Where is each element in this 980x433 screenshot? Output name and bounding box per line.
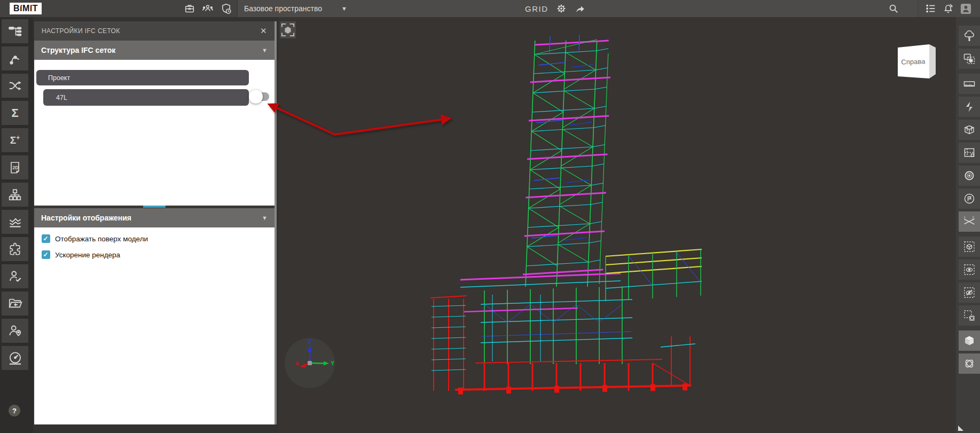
user-check-icon <box>8 269 22 284</box>
solid-cube-icon <box>963 334 976 347</box>
panel-section-divider <box>34 206 275 208</box>
geometry-path-icon <box>8 52 22 66</box>
tool-user-location[interactable] <box>2 319 28 343</box>
eye-icon <box>963 263 976 276</box>
view-cube-label: Справа <box>901 57 926 66</box>
orbit-icon <box>963 357 976 370</box>
floor-plan-icon <box>963 146 976 159</box>
panel-title: НАСТРОЙКИ IFC СЕТОК <box>42 27 120 35</box>
app-logo: BıMıT <box>10 3 42 14</box>
isolate-cube-icon <box>963 240 976 253</box>
structure-tree-icon <box>8 24 22 38</box>
tool-line-chart[interactable] <box>2 210 28 234</box>
share-icon[interactable] <box>574 3 586 14</box>
tool-flash-section[interactable] <box>959 97 980 117</box>
tool-section-box[interactable] <box>959 120 980 140</box>
tool-user-check[interactable] <box>2 264 28 288</box>
tool-sigma[interactable]: Σ <box>2 101 28 125</box>
panel-header: НАСТРОЙКИ IFC СЕТОК ✕ <box>34 21 275 41</box>
help-button[interactable]: ? <box>9 405 20 416</box>
checkbox-icon[interactable] <box>42 250 50 259</box>
svg-text:2: 2 <box>973 216 975 219</box>
tool-sheet-2d[interactable]: 2D <box>2 155 28 179</box>
tree-node-47l[interactable]: 47L <box>43 89 249 106</box>
tool-hierarchy[interactable] <box>2 183 28 207</box>
section-display-header[interactable]: Настройки отображения ▼ <box>34 208 275 227</box>
project-title: GRID <box>525 4 548 13</box>
tool-orbit-view[interactable] <box>959 353 980 374</box>
viewport-3d[interactable]: Справа Z Y X <box>279 17 956 433</box>
briefcase-icon[interactable] <box>184 3 195 14</box>
tool-shuffle[interactable] <box>2 74 28 98</box>
tool-ruler[interactable] <box>959 74 980 94</box>
resize-handle[interactable] <box>143 206 166 208</box>
tool-solid-view[interactable] <box>959 330 980 351</box>
chevron-down-icon: ▼ <box>262 48 268 53</box>
view-cube[interactable]: Справа <box>897 44 938 81</box>
focus-icon <box>281 22 295 37</box>
resize-grip-icon[interactable] <box>958 426 963 431</box>
tool-gauge[interactable] <box>2 346 28 370</box>
axis-y-label: Y <box>331 360 335 366</box>
ifc-grid-settings-panel: НАСТРОЙКИ IFC СЕТОК ✕ Структура IFC сето… <box>34 21 277 424</box>
workspace-label: Базовое пространство <box>244 4 322 13</box>
section-structure-title: Структура IFC сеток <box>41 46 115 54</box>
profile-icon[interactable] <box>960 3 972 15</box>
sheet-2d-icon: 2D <box>8 161 22 175</box>
gauge-icon <box>8 351 22 365</box>
eye-off-icon <box>963 286 976 299</box>
folder-share-icon <box>8 296 22 311</box>
cloud-status-icon[interactable] <box>220 3 232 15</box>
top-bar-right <box>918 0 980 17</box>
line-chart-icon <box>8 215 22 229</box>
nature-tree-icon <box>963 29 976 42</box>
tool-show-hidden[interactable] <box>959 259 980 280</box>
menu-list-icon[interactable] <box>925 3 937 14</box>
focus-button[interactable] <box>280 21 296 38</box>
checkbox-icon[interactable] <box>42 234 50 243</box>
shuffle-icon <box>8 78 22 93</box>
ruler-icon <box>963 77 976 90</box>
grid-axes-icon: 12 <box>963 215 976 228</box>
team-icon[interactable] <box>201 3 214 14</box>
flash-icon <box>963 100 976 113</box>
tool-target-focus[interactable] <box>959 166 980 186</box>
right-toolbar: 12 <box>956 17 980 433</box>
tool-floor-plan[interactable] <box>959 143 980 163</box>
checkbox-overlay-model[interactable]: Отображать поверх модели <box>42 234 148 243</box>
tool-hide-object[interactable] <box>959 282 980 303</box>
tool-grid-axes[interactable]: 12 <box>959 211 980 232</box>
model-3d-wireframe <box>279 17 956 433</box>
section-structure-header[interactable]: Структура IFC сеток ▼ <box>34 41 275 60</box>
search-icon[interactable] <box>888 3 899 14</box>
tool-nature-tree[interactable] <box>959 26 980 46</box>
tool-selection-overlap[interactable] <box>959 49 980 69</box>
puzzle-icon <box>8 242 22 256</box>
user-location-icon <box>8 324 22 338</box>
tool-folder-share[interactable] <box>2 292 28 316</box>
tool-flag-point[interactable] <box>959 188 980 209</box>
axis-gizmo[interactable]: Z Y X <box>285 338 335 388</box>
tool-isolate-box[interactable] <box>959 237 980 257</box>
notifications-icon[interactable] <box>942 3 954 15</box>
close-icon[interactable]: ✕ <box>260 26 267 36</box>
tool-plugin-puzzle[interactable] <box>2 237 28 261</box>
top-bar-left: BıMıT <box>0 0 238 17</box>
tool-sigma-plus[interactable]: Σ+ <box>2 128 28 152</box>
svg-text:2D: 2D <box>12 164 19 170</box>
checkbox-render-acceleration[interactable]: Ускорение рендера <box>42 250 120 259</box>
workspace-selector[interactable]: Базовое пространство ▼ <box>244 0 347 17</box>
visibility-toggle[interactable] <box>249 90 263 104</box>
chevron-down-icon: ▼ <box>262 215 268 221</box>
tree-node-project[interactable]: Проект <box>36 70 249 85</box>
left-toolbar: Σ Σ+ 2D <box>0 17 33 433</box>
tool-clear-selection[interactable] <box>959 305 980 326</box>
tool-structure-tree[interactable] <box>2 19 28 43</box>
sigma-plus-icon: Σ+ <box>10 134 20 146</box>
structure-tree-content: Проект 47L <box>34 60 275 206</box>
axis-x-label: X <box>295 360 299 366</box>
sigma-icon: Σ <box>11 106 18 120</box>
application-window: BıMıT Базовое пространство ▼ GRID <box>0 0 980 433</box>
settings-gear-icon[interactable] <box>555 3 567 14</box>
tool-geometry-path[interactable] <box>2 46 28 70</box>
